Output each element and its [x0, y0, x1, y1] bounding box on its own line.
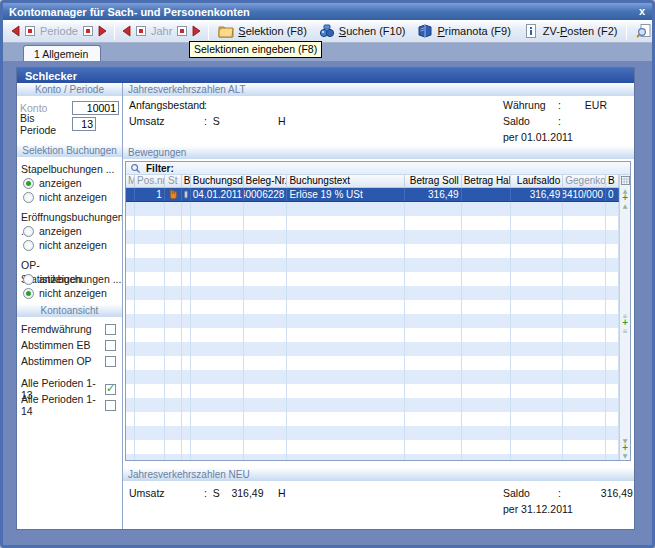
table-row[interactable] [126, 398, 619, 412]
zv-posten-f2-button[interactable]: ZV-Posten (F2) [517, 21, 624, 41]
table-header-row: MPos.nrStBBuchungsdatumBeleg-Nr.Buchungs… [126, 175, 619, 188]
first-jahr-icon[interactable] [135, 25, 147, 37]
column-header-buchungstext[interactable]: Buchungstext [287, 175, 404, 187]
cell-buchungstext [287, 384, 404, 398]
radio-option-nicht-anzeigen[interactable]: nicht anzeigen [17, 190, 122, 204]
table-row[interactable] [126, 216, 619, 230]
cell-betrag-soll [405, 230, 462, 244]
table-row[interactable] [126, 328, 619, 342]
first-periode-icon[interactable] [24, 25, 36, 37]
prev-jahr-arrow-icon[interactable] [121, 25, 133, 37]
table-row[interactable] [126, 356, 619, 370]
strip-up-icon[interactable]: ▲ [623, 202, 628, 209]
strip-plus-icon[interactable]: + [622, 194, 629, 202]
strip-down-icon[interactable]: ▼ [623, 452, 628, 459]
column-chooser-icon[interactable] [621, 176, 630, 185]
column-header-pos-nr[interactable]: Pos.nr [135, 175, 165, 187]
cell-laufsaldo [511, 258, 563, 272]
table-row[interactable] [126, 412, 619, 426]
umsatz-neu-s: S [213, 487, 220, 499]
checkbox-checked-icon[interactable] [105, 384, 116, 395]
table-row[interactable] [126, 300, 619, 314]
table-row[interactable] [126, 426, 619, 440]
checkbox-icon[interactable] [105, 400, 116, 411]
cell-betrag-haben [462, 258, 512, 272]
table-row[interactable] [126, 454, 619, 460]
column-header-m[interactable]: M [126, 175, 135, 187]
strip-plus-icon[interactable]: + [622, 319, 629, 327]
table-row[interactable] [126, 258, 619, 272]
table-row[interactable] [126, 272, 619, 286]
column-header-betrag-soll[interactable]: Betrag Soll [405, 175, 462, 187]
table-row-selected[interactable]: 104.01.2011 /Di40006228Erlöse 19 % USt31… [126, 188, 619, 202]
prev-periode-arrow-icon[interactable] [10, 25, 22, 37]
cell-pos-nr [135, 398, 165, 412]
checkbox-icon[interactable] [105, 356, 116, 367]
column-header-beleg-nr-[interactable]: Beleg-Nr. [244, 175, 288, 187]
table-row[interactable] [126, 384, 619, 398]
radio-selected-icon[interactable] [23, 178, 34, 189]
radio-option-anzeigen[interactable]: anzeigen [17, 224, 122, 238]
column-header-laufsaldo[interactable]: Laufsaldo [511, 175, 563, 187]
cell-betrag-haben [462, 398, 512, 412]
ansicht-button[interactable]: Ansicht [630, 21, 655, 41]
radio-icon[interactable] [23, 192, 34, 203]
check-option-fremdw-hrung[interactable]: Fremdwährung [17, 321, 122, 337]
radio-option-nicht-anzeigen[interactable]: nicht anzeigen [17, 286, 122, 300]
column-header-b[interactable]: B [606, 175, 619, 187]
radio-selected-icon[interactable] [23, 288, 34, 299]
table-row[interactable] [126, 342, 619, 356]
table-row[interactable] [126, 230, 619, 244]
table-row[interactable] [126, 370, 619, 384]
table-row[interactable] [126, 314, 619, 328]
table-row[interactable] [126, 202, 619, 216]
cell-st [165, 426, 182, 440]
column-header-buchungsdatum[interactable]: Buchungsdatum [191, 175, 244, 187]
radio-group-label: OP-Statistikbuchungen ... [17, 258, 122, 272]
anfangsbestand-label: Anfangsbestand [129, 99, 201, 111]
column-header-b[interactable]: B [182, 175, 191, 187]
cell-gegenkonto [563, 398, 606, 412]
radio-icon[interactable] [23, 240, 34, 251]
cell-betrag-soll: 316,49 [405, 188, 462, 201]
last-periode-icon[interactable] [82, 25, 94, 37]
checkbox-icon[interactable] [105, 324, 116, 335]
table-row[interactable] [126, 244, 619, 258]
konto-input[interactable] [72, 101, 119, 115]
cell-betrag-haben [462, 272, 512, 286]
table-scroll-strip[interactable]: ▲+▲≡+≡▼+▼ [619, 175, 630, 460]
column-header-st[interactable]: St [165, 175, 182, 187]
column-header-gegenkonto[interactable]: Gegenkonto [563, 175, 606, 187]
cell-buchungstext [287, 286, 404, 300]
cell-b [606, 314, 619, 328]
primanota-f9-button[interactable]: Primanota (F9) [411, 21, 516, 41]
cell-b [182, 356, 191, 370]
radio-option-nicht-anzeigen[interactable]: nicht anzeigen [17, 238, 122, 252]
bis-periode-label: Bis Periode [20, 112, 72, 136]
table-row[interactable] [126, 440, 619, 454]
check-option-alle-perioden-1-14[interactable]: Alle Perioden 1-14 [17, 397, 122, 413]
strip-lines-icon[interactable]: ≡ [622, 327, 627, 334]
cell-buchungstext [287, 244, 404, 258]
filter-row[interactable]: Filter: [126, 162, 630, 175]
radio-option-anzeigen[interactable]: anzeigen [17, 176, 122, 190]
close-button[interactable]: x [639, 3, 645, 19]
next-jahr-arrow-icon[interactable] [190, 25, 202, 37]
check-option-abstimmen-op[interactable]: Abstimmen OP [17, 353, 122, 369]
next-periode-arrow-icon[interactable] [96, 25, 108, 37]
suchen-f10-button[interactable]: Suchen (F10) [313, 21, 412, 41]
strip-plus-icon[interactable]: + [622, 444, 629, 452]
checkbox-icon[interactable] [105, 340, 116, 351]
cell-laufsaldo [511, 230, 563, 244]
radio-icon[interactable] [23, 274, 34, 285]
cell-beleg-nr- [244, 384, 288, 398]
column-header-betrag-haben[interactable]: Betrag Haben [462, 175, 512, 187]
bis-periode-input[interactable] [72, 117, 96, 131]
radio-icon[interactable] [23, 226, 34, 237]
last-jahr-icon[interactable] [176, 25, 188, 37]
tab-allgemein[interactable]: 1 Allgemein [23, 45, 101, 61]
table-row[interactable] [126, 286, 619, 300]
selektion-f8-button[interactable]: Selektion (F8) [212, 21, 312, 41]
cell-laufsaldo [511, 300, 563, 314]
check-option-abstimmen-eb[interactable]: Abstimmen EB [17, 337, 122, 353]
